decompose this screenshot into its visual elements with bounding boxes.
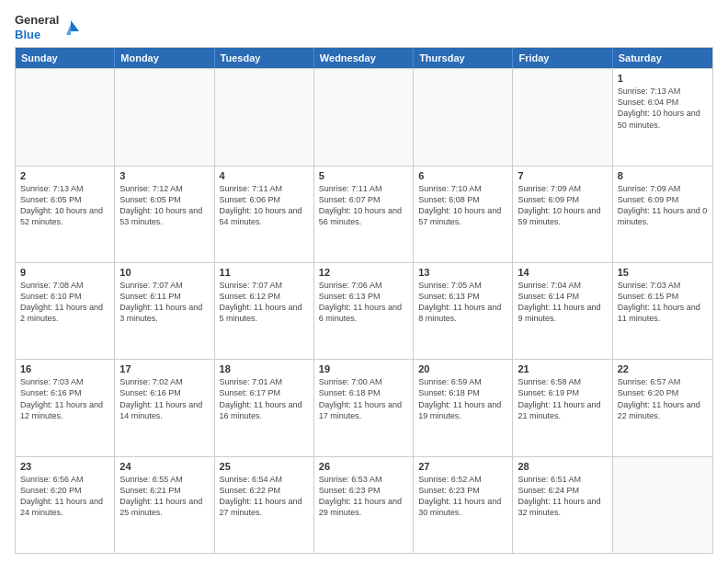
calendar-body: 1Sunrise: 7:13 AM Sunset: 6:04 PM Daylig… — [16, 68, 712, 553]
day-info: Sunrise: 7:04 AM Sunset: 6:14 PM Dayligh… — [518, 280, 607, 325]
day-number: 9 — [20, 267, 109, 278]
day-number: 21 — [518, 363, 607, 374]
svg-marker-1 — [66, 24, 71, 35]
day-info: Sunrise: 6:59 AM Sunset: 6:18 PM Dayligh… — [418, 376, 507, 421]
day-cell-13: 13Sunrise: 7:05 AM Sunset: 6:13 PM Dayli… — [414, 263, 513, 359]
day-cell-1: 1Sunrise: 7:13 AM Sunset: 6:04 PM Daylig… — [613, 69, 712, 165]
day-info: Sunrise: 7:00 AM Sunset: 6:18 PM Dayligh… — [319, 376, 408, 421]
day-info: Sunrise: 7:13 AM Sunset: 6:05 PM Dayligh… — [20, 183, 109, 228]
day-number: 13 — [418, 267, 507, 278]
day-info: Sunrise: 7:08 AM Sunset: 6:10 PM Dayligh… — [20, 280, 109, 325]
day-cell-5: 5Sunrise: 7:11 AM Sunset: 6:07 PM Daylig… — [314, 167, 414, 262]
day-cell-11: 11Sunrise: 7:07 AM Sunset: 6:12 PM Dayli… — [215, 263, 314, 359]
day-cell-2: 2Sunrise: 7:13 AM Sunset: 6:05 PM Daylig… — [16, 167, 115, 262]
logo-wordmark: General Blue — [15, 13, 59, 41]
header-day-sunday: Sunday — [16, 48, 115, 68]
empty-cell-0-0 — [16, 69, 115, 165]
day-number: 20 — [418, 363, 507, 374]
header-day-friday: Friday — [513, 48, 612, 68]
day-number: 5 — [319, 170, 408, 181]
day-number: 4 — [220, 170, 309, 181]
calendar: SundayMondayTuesdayWednesdayThursdayFrid… — [15, 47, 713, 554]
day-info: Sunrise: 7:11 AM Sunset: 6:06 PM Dayligh… — [220, 183, 309, 228]
week-row-2: 9Sunrise: 7:08 AM Sunset: 6:10 PM Daylig… — [16, 262, 712, 359]
day-info: Sunrise: 7:03 AM Sunset: 6:15 PM Dayligh… — [618, 280, 708, 325]
day-info: Sunrise: 6:57 AM Sunset: 6:20 PM Dayligh… — [618, 376, 708, 421]
logo-blue: Blue — [15, 28, 40, 41]
day-cell-26: 26Sunrise: 6:53 AM Sunset: 6:23 PM Dayli… — [314, 457, 414, 553]
day-number: 3 — [119, 170, 209, 181]
day-number: 14 — [518, 267, 607, 278]
day-info: Sunrise: 7:01 AM Sunset: 6:17 PM Dayligh… — [220, 376, 309, 421]
day-info: Sunrise: 7:07 AM Sunset: 6:12 PM Dayligh… — [220, 280, 309, 325]
top-section: General Blue — [15, 11, 713, 41]
day-number: 8 — [618, 170, 708, 181]
day-info: Sunrise: 7:06 AM Sunset: 6:13 PM Dayligh… — [319, 280, 408, 325]
day-cell-20: 20Sunrise: 6:59 AM Sunset: 6:18 PM Dayli… — [414, 360, 513, 455]
svg-marker-0 — [71, 20, 79, 31]
logo-general: General — [15, 13, 59, 27]
day-cell-19: 19Sunrise: 7:00 AM Sunset: 6:18 PM Dayli… — [314, 360, 414, 455]
day-cell-24: 24Sunrise: 6:55 AM Sunset: 6:21 PM Dayli… — [115, 457, 214, 553]
day-number: 23 — [20, 461, 109, 472]
day-info: Sunrise: 6:52 AM Sunset: 6:23 PM Dayligh… — [418, 474, 507, 519]
day-cell-15: 15Sunrise: 7:03 AM Sunset: 6:15 PM Dayli… — [613, 263, 712, 359]
day-number: 26 — [319, 461, 408, 472]
empty-cell-0-4 — [414, 69, 513, 165]
empty-cell-0-1 — [115, 69, 214, 165]
day-number: 7 — [518, 170, 607, 181]
day-cell-4: 4Sunrise: 7:11 AM Sunset: 6:06 PM Daylig… — [215, 167, 314, 262]
day-cell-17: 17Sunrise: 7:02 AM Sunset: 6:16 PM Dayli… — [115, 360, 214, 455]
day-number: 28 — [518, 461, 607, 472]
day-info: Sunrise: 7:09 AM Sunset: 6:09 PM Dayligh… — [618, 183, 708, 228]
week-row-3: 16Sunrise: 7:03 AM Sunset: 6:16 PM Dayli… — [16, 359, 712, 455]
empty-cell-0-5 — [513, 69, 612, 165]
day-number: 25 — [220, 461, 309, 472]
header-day-thursday: Thursday — [414, 48, 513, 68]
day-number: 2 — [20, 170, 109, 181]
week-row-4: 23Sunrise: 6:56 AM Sunset: 6:20 PM Dayli… — [16, 456, 712, 553]
day-cell-27: 27Sunrise: 6:52 AM Sunset: 6:23 PM Dayli… — [414, 457, 513, 553]
day-number: 27 — [418, 461, 507, 472]
day-cell-10: 10Sunrise: 7:07 AM Sunset: 6:11 PM Dayli… — [115, 263, 214, 359]
day-cell-14: 14Sunrise: 7:04 AM Sunset: 6:14 PM Dayli… — [513, 263, 612, 359]
week-row-0: 1Sunrise: 7:13 AM Sunset: 6:04 PM Daylig… — [16, 68, 712, 165]
day-info: Sunrise: 7:03 AM Sunset: 6:16 PM Dayligh… — [20, 376, 109, 421]
day-number: 17 — [119, 363, 209, 374]
day-cell-22: 22Sunrise: 6:57 AM Sunset: 6:20 PM Dayli… — [613, 360, 712, 455]
empty-cell-4-6 — [613, 457, 712, 553]
day-info: Sunrise: 6:56 AM Sunset: 6:20 PM Dayligh… — [20, 474, 109, 519]
day-cell-21: 21Sunrise: 6:58 AM Sunset: 6:19 PM Dayli… — [513, 360, 612, 455]
logo-sail-icon — [63, 18, 79, 37]
logo: General Blue — [15, 13, 79, 41]
day-number: 6 — [418, 170, 507, 181]
day-number: 15 — [618, 267, 708, 278]
day-info: Sunrise: 7:02 AM Sunset: 6:16 PM Dayligh… — [119, 376, 209, 421]
day-info: Sunrise: 7:09 AM Sunset: 6:09 PM Dayligh… — [518, 183, 607, 228]
header-day-tuesday: Tuesday — [215, 48, 314, 68]
header-day-monday: Monday — [115, 48, 214, 68]
day-number: 10 — [119, 267, 209, 278]
day-info: Sunrise: 7:07 AM Sunset: 6:11 PM Dayligh… — [119, 280, 209, 325]
day-number: 24 — [119, 461, 209, 472]
day-info: Sunrise: 7:12 AM Sunset: 6:05 PM Dayligh… — [119, 183, 209, 228]
day-cell-23: 23Sunrise: 6:56 AM Sunset: 6:20 PM Dayli… — [16, 457, 115, 553]
day-info: Sunrise: 6:54 AM Sunset: 6:22 PM Dayligh… — [220, 474, 309, 519]
day-info: Sunrise: 6:51 AM Sunset: 6:24 PM Dayligh… — [518, 474, 607, 519]
header-day-wednesday: Wednesday — [314, 48, 414, 68]
day-cell-9: 9Sunrise: 7:08 AM Sunset: 6:10 PM Daylig… — [16, 263, 115, 359]
day-number: 11 — [220, 267, 309, 278]
day-info: Sunrise: 6:58 AM Sunset: 6:19 PM Dayligh… — [518, 376, 607, 421]
calendar-header: SundayMondayTuesdayWednesdayThursdayFrid… — [16, 48, 712, 68]
day-cell-3: 3Sunrise: 7:12 AM Sunset: 6:05 PM Daylig… — [115, 167, 214, 262]
empty-cell-0-3 — [314, 69, 414, 165]
day-cell-8: 8Sunrise: 7:09 AM Sunset: 6:09 PM Daylig… — [613, 167, 712, 262]
week-row-1: 2Sunrise: 7:13 AM Sunset: 6:05 PM Daylig… — [16, 166, 712, 262]
day-info: Sunrise: 7:05 AM Sunset: 6:13 PM Dayligh… — [418, 280, 507, 325]
day-cell-16: 16Sunrise: 7:03 AM Sunset: 6:16 PM Dayli… — [16, 360, 115, 455]
day-cell-12: 12Sunrise: 7:06 AM Sunset: 6:13 PM Dayli… — [314, 263, 414, 359]
day-info: Sunrise: 6:53 AM Sunset: 6:23 PM Dayligh… — [319, 474, 408, 519]
day-cell-28: 28Sunrise: 6:51 AM Sunset: 6:24 PM Dayli… — [513, 457, 612, 553]
day-info: Sunrise: 7:11 AM Sunset: 6:07 PM Dayligh… — [319, 183, 408, 228]
header-day-saturday: Saturday — [613, 48, 712, 68]
